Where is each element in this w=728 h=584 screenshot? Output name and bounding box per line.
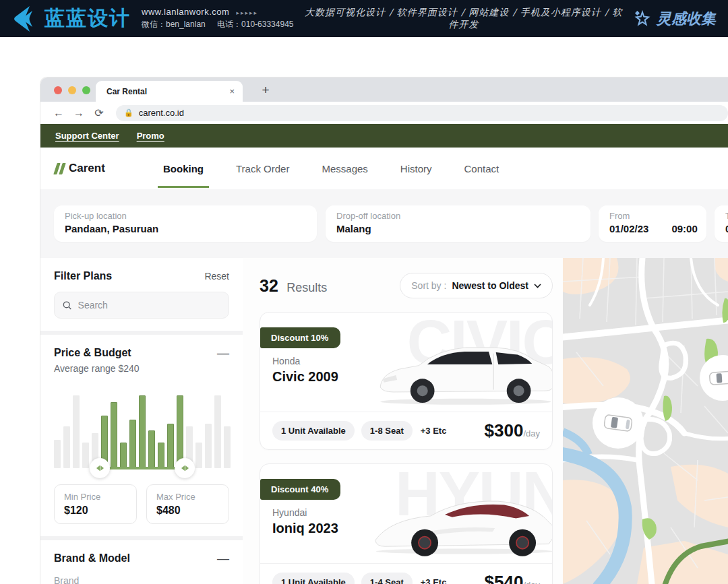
range-handle-min[interactable] [90, 458, 110, 478]
histogram-bar [54, 440, 61, 468]
price-per-day: $540/day [485, 572, 540, 584]
car-model: Civic 2009 [272, 369, 338, 385]
minimize-window-button[interactable] [68, 86, 76, 94]
carent-brand-name: Carent [69, 162, 105, 175]
window-controls[interactable] [54, 86, 90, 94]
agency-phone: 电话：010-63334945 [217, 20, 293, 29]
price-budget-title: Price & Budget [54, 347, 131, 359]
filter-plans-section: Filter Plans Reset [40, 258, 243, 331]
browser-tab[interactable]: Car Rental × [96, 81, 243, 102]
content-area: Filter Plans Reset Price & Budget [40, 258, 728, 584]
agency-logo: 蓝蓝设计 [9, 5, 131, 32]
car-image-ioniq [373, 489, 553, 556]
from-label: From [609, 211, 696, 221]
inspiration-collect-label: 灵感收集 [657, 9, 716, 29]
etc-text: +3 Etc [421, 577, 447, 584]
range-track [100, 467, 185, 469]
url-text: carent.co.id [139, 108, 184, 118]
histogram-bar [158, 443, 164, 468]
max-price-input[interactable]: Max Price $480 [146, 484, 229, 524]
min-price-input[interactable]: Min Price $120 [54, 484, 137, 524]
maximize-window-button[interactable] [82, 86, 90, 94]
new-tab-button[interactable]: + [257, 83, 274, 98]
sort-dropdown[interactable]: Sort by : Newest to Oldest [400, 273, 553, 298]
arrows-decoration: ▸▸▸▸▸ [237, 9, 259, 16]
booking-search-strip: Pick-up location Pandaan, Pasuruan Drop-… [40, 189, 728, 258]
seats-pill: 1-8 Seat [361, 421, 413, 441]
histogram-bar [73, 395, 80, 468]
reset-filters-button[interactable]: Reset [204, 271, 229, 282]
results-count: 32 [260, 276, 278, 295]
collapse-price-icon[interactable]: — [217, 350, 229, 356]
agency-wechat: 微信：ben_lanlan [142, 20, 206, 29]
price-per-day: $300/day [485, 420, 540, 441]
from-time-value: 09:00 [671, 223, 697, 234]
inspiration-collect[interactable]: 灵感收集 [634, 9, 716, 29]
price-budget-section: Price & Budget — Average range $240 [40, 335, 243, 536]
histogram-bars [54, 394, 231, 468]
agency-site-url: www.lanlanwork.com [142, 7, 229, 17]
browser-window: Car Rental × + ← → ⟳ 🔒 carent.co.id Supp… [40, 77, 728, 584]
page: 蓝蓝设计 www.lanlanwork.com ▸▸▸▸▸ 微信：ben_lan… [0, 0, 728, 584]
close-window-button[interactable] [54, 86, 62, 94]
address-bar[interactable]: 🔒 carent.co.id [116, 105, 728, 121]
agency-logo-text: 蓝蓝设计 [44, 5, 131, 32]
filter-search-box[interactable] [54, 292, 229, 319]
forward-icon[interactable]: → [70, 104, 88, 122]
browser-tabstrip: Car Rental × + [40, 77, 728, 102]
nav-menu: Booking Track Order Messages History Con… [162, 150, 500, 188]
car-card-ioniq[interactable]: HYUN Discount 40% Hyundai Ioniq 2023 [260, 463, 553, 584]
results-column: 32 Results Sort by : Newest to Oldest CI… [260, 258, 553, 584]
average-range-text: Average range $240 [54, 363, 229, 374]
car-card-civic[interactable]: CIVIC Discount 10% Honda Civic 2009 [260, 312, 553, 450]
min-price-value: $120 [64, 505, 127, 517]
brand-model-title: Brand & Model [54, 552, 130, 564]
max-price-label: Max Price [156, 492, 219, 502]
brand-model-section: Brand & Model — Brand ✓ BMW Honda [40, 540, 243, 584]
results-count-wrap: 32 Results [260, 276, 327, 296]
back-icon[interactable]: ← [50, 104, 67, 122]
agency-contact: www.lanlanwork.com ▸▸▸▸▸ 微信：ben_lanlan 电… [142, 7, 294, 30]
histogram-bar [111, 402, 117, 468]
search-icon [63, 300, 72, 311]
nav-item-history[interactable]: History [399, 150, 433, 188]
from-date-value: 01/02/23 [609, 223, 648, 234]
collapse-brand-icon[interactable]: — [217, 555, 229, 562]
promo-link[interactable]: Promo [137, 131, 164, 141]
etc-text: +3 Etc [421, 426, 447, 436]
pickup-location-field[interactable]: Pick-up location Pandaan, Pasuruan [54, 205, 317, 242]
map-car-marker[interactable] [593, 397, 644, 449]
histogram-bar [177, 395, 183, 468]
histogram-bar [129, 420, 136, 468]
range-handle-max[interactable] [175, 458, 195, 478]
nav-item-track-order[interactable]: Track Order [235, 150, 291, 188]
histogram-bar [214, 395, 221, 468]
utility-topbar: Support Center Promo [40, 124, 728, 148]
filter-sidebar: Filter Plans Reset Price & Budget [40, 258, 243, 584]
tab-close-icon[interactable]: × [228, 86, 236, 96]
nav-item-messages[interactable]: Messages [320, 150, 369, 188]
dropoff-location-field[interactable]: Drop-off location Malang [326, 205, 590, 242]
agency-header: 蓝蓝设计 www.lanlanwork.com ▸▸▸▸▸ 微信：ben_lan… [0, 0, 728, 37]
histogram-bar [63, 426, 70, 468]
support-center-link[interactable]: Support Center [55, 131, 119, 141]
from-datetime-field[interactable]: From 01/02/23 09:00 [599, 205, 706, 242]
results-map[interactable] [563, 258, 728, 584]
car-brand: Hyundai [272, 507, 307, 518]
min-price-label: Min Price [64, 492, 127, 502]
tab-title: Car Rental [107, 87, 228, 96]
carent-logo[interactable]: Carent [55, 162, 143, 175]
brand-group-label: Brand [54, 575, 229, 584]
to-datetime-field[interactable]: To 01/02/23 [715, 205, 728, 242]
histogram-bar [120, 443, 127, 468]
histogram-bar [205, 424, 212, 468]
filter-search-input[interactable] [78, 300, 220, 311]
browser-toolbar: ← → ⟳ 🔒 carent.co.id [40, 102, 728, 124]
refresh-icon[interactable]: ⟳ [90, 104, 108, 122]
star-icon [634, 10, 651, 28]
nav-item-booking[interactable]: Booking [162, 150, 205, 188]
nav-item-contact[interactable]: Contact [463, 150, 501, 188]
histogram-bar [224, 426, 231, 468]
units-pill: 1 Unit Available [272, 421, 355, 441]
discount-badge: Discount 40% [260, 479, 340, 500]
